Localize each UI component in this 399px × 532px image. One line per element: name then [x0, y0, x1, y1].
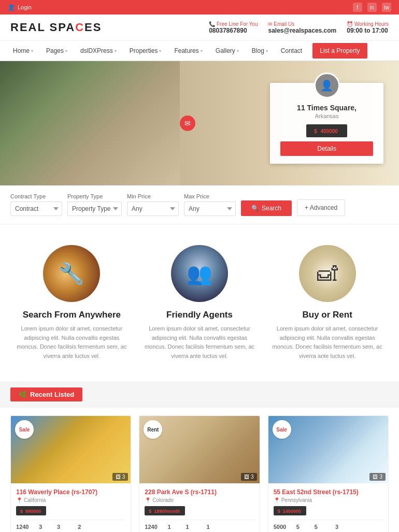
top-bar-social: f in tw — [353, 3, 391, 12]
max-price-label: Max Price — [184, 193, 236, 199]
property-img-1707: Sale 🖼 3 — [11, 416, 131, 483]
pin-icon: 📍 — [274, 497, 280, 503]
advanced-search-button[interactable]: + Advanced — [297, 199, 345, 216]
pin-icon: 📍 — [145, 497, 151, 503]
hours-contact: ⏰ Working Hours 09:00 to 17:00 — [347, 21, 389, 34]
email-value[interactable]: sales@realspaces.com — [268, 27, 336, 34]
search-bar: Contract Type Contract Rent Buy Property… — [0, 185, 399, 224]
feature-circle-2: 👥 — [171, 245, 228, 302]
feature-title-1: Search From Anywhere — [16, 310, 128, 320]
nav-dsldxpress[interactable]: dslDXPress ▾ — [75, 41, 122, 61]
baths-stat: 1 BATHS — [162, 524, 177, 532]
min-price-select[interactable]: Any 100000 200000 — [127, 202, 179, 216]
contract-type-label: Contract Type — [10, 193, 62, 199]
property-name-1715[interactable]: 55 East 52nd Street (rs-1715) — [274, 488, 383, 496]
property-location-1711: 📍 Colorado — [145, 497, 254, 503]
hours-label: ⏰ Working Hours — [347, 21, 389, 27]
hero-section: ✉ 👤 11 Times Square, Arkansas $ 400000 D… — [0, 61, 399, 185]
img-count-1711: 🖼 3 — [241, 473, 257, 481]
baths-stat: 5 BATHS — [290, 524, 305, 532]
email-label: ✉ Email Us — [268, 21, 336, 27]
nav-contact[interactable]: Contact — [276, 41, 307, 61]
hero-property-name: 11 Times Square, — [280, 104, 373, 112]
top-bar-left: 👤 Login — [8, 4, 32, 11]
price-1707: $ 890000 — [16, 506, 46, 515]
price-1711: $ 1890/month — [145, 506, 185, 515]
features-section: 🔧 Search From Anywhere Lorem ipsum dolor… — [0, 224, 399, 381]
search-button[interactable]: 🔍 Search — [241, 200, 292, 216]
max-price-select[interactable]: Any 500000 1000000 — [184, 202, 236, 216]
hero-property-card: 👤 11 Times Square, Arkansas $ 400000 Det… — [270, 83, 383, 164]
site-header: REAL SPACES 📞 Free Line For You 08037867… — [0, 15, 399, 41]
search-icon: 🔍 — [251, 205, 259, 212]
feature-text-2: Lorem ipsum dolor sit amet, consectetur … — [144, 324, 256, 361]
feature-title-2: Friendly Agents — [144, 310, 256, 320]
feature-search-anywhere: 🔧 Search From Anywhere Lorem ipsum dolor… — [16, 245, 128, 361]
photo-icon: 🖼 — [116, 474, 121, 480]
stats-1707: 1240 AREA 3 BATHS 3 BEDS 2 PARKING — [16, 520, 125, 532]
phone-label: 📞 Free Line For You — [209, 21, 258, 27]
contract-type-field: Contract Type Contract Rent Buy — [10, 193, 62, 216]
nav-properties[interactable]: Properties ▾ — [124, 41, 167, 61]
nav-home[interactable]: Home ▾ — [8, 41, 38, 61]
recent-listed-header: 🌿 Recent Listed — [0, 381, 399, 408]
hours-value: 09:00 to 17:00 — [347, 27, 389, 34]
twitter-icon[interactable]: tw — [382, 3, 391, 12]
property-name-1711[interactable]: 228 Park Ave S (rs-1711) — [145, 488, 254, 496]
hero-property-price: $ 400000 — [306, 124, 347, 137]
price-value: 400000 — [320, 128, 337, 134]
contract-type-select[interactable]: Contract Rent Buy — [10, 202, 62, 216]
property-type-field: Property Type Property Type House Apartm… — [67, 193, 122, 216]
nav-list-property[interactable]: List a Property — [312, 43, 367, 59]
facebook-icon[interactable]: f — [353, 3, 362, 12]
feature-buy-rent: 🛋 Buy or Rent Lorem ipsum dolor sit amet… — [271, 245, 383, 361]
property-info-1711: 228 Park Ave S (rs-1711) 📍 Colorado $ 18… — [139, 483, 259, 532]
property-card-1707: Sale 🖼 3 116 Waverly Place (rs-1707) 📍 C… — [10, 415, 131, 532]
property-info-1715: 55 East 52nd Street (rs-1715) 📍 Pennsylv… — [268, 483, 388, 532]
nav-features[interactable]: Features ▾ — [169, 41, 207, 61]
feature-agents: 👥 Friendly Agents Lorem ipsum dolor sit … — [144, 245, 256, 361]
photo-icon: 🖼 — [373, 474, 378, 480]
phone-contact: 📞 Free Line For You 08037867890 — [209, 21, 258, 34]
message-icon[interactable]: ✉ — [180, 116, 195, 131]
property-type-select[interactable]: Property Type House Apartment — [67, 202, 122, 216]
login-link[interactable]: Login — [18, 4, 32, 10]
parking-stat: 2 PARKING — [69, 524, 90, 532]
property-card-1715: Sale 🖼 3 55 East 52nd Street (rs-1715) 📍… — [268, 415, 389, 532]
instagram-icon[interactable]: in — [367, 3, 377, 12]
feature-circle-3: 🛋 — [299, 245, 356, 302]
property-type-label: Property Type — [67, 193, 122, 199]
main-nav: Home ▾ Pages ▾ dslDXPress ▾ Properties ▾… — [0, 41, 399, 61]
nav-gallery[interactable]: Gallery ▾ — [210, 41, 244, 61]
price-prefix: $ — [314, 128, 317, 134]
hero-property-location: Arkansas — [280, 113, 373, 119]
photo-icon: 🖼 — [244, 474, 249, 480]
agents-icon: 👥 — [171, 245, 228, 302]
baths-stat: 3 BATHS — [33, 524, 48, 532]
stats-1715: 5000 AREA 5 BATHS 5 BEDS 3 PARKING — [274, 520, 383, 532]
property-info-1707: 116 Waverly Place (rs-1707) 📍 California… — [11, 483, 131, 532]
property-name-1707[interactable]: 116 Waverly Place (rs-1707) — [16, 488, 125, 496]
price-1715: $ 1450000 — [274, 506, 306, 515]
area-stat: 5000 AREA — [274, 524, 287, 532]
badge-1715: Sale — [273, 420, 291, 439]
img-count-1707: 🖼 3 — [112, 473, 129, 481]
min-price-label: Min Price — [127, 193, 179, 199]
nav-pages[interactable]: Pages ▾ — [41, 41, 73, 61]
beds-stat: 1 BEDS — [181, 524, 194, 532]
parking-stat: 3 PARKING — [326, 524, 347, 532]
top-bar: 👤 Login f in tw — [0, 0, 399, 15]
phone-value[interactable]: 08037867890 — [209, 27, 258, 34]
property-grid: Sale 🖼 3 116 Waverly Place (rs-1707) 📍 C… — [0, 408, 399, 532]
hero-image-left — [0, 61, 180, 185]
property-location-1707: 📍 California — [16, 497, 125, 503]
feature-title-3: Buy or Rent — [271, 310, 383, 320]
beds-stat: 5 BEDS — [310, 524, 323, 532]
min-price-field: Min Price Any 100000 200000 — [127, 193, 179, 216]
nav-blog[interactable]: Blog ▾ — [247, 41, 273, 61]
hero-details-button[interactable]: Details — [280, 141, 373, 156]
email-icon: ✉ — [268, 21, 272, 27]
img-count-1715: 🖼 3 — [369, 473, 386, 481]
buy-rent-icon: 🛋 — [299, 245, 356, 302]
recent-badge: 🌿 Recent Listed — [10, 387, 82, 401]
